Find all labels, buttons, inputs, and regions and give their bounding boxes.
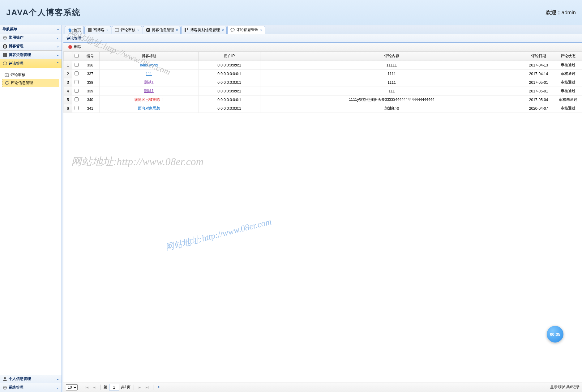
sidebar-section-common[interactable]: 常用操作 ⌄	[0, 33, 62, 42]
chevron-down-icon: ⌄	[56, 44, 59, 48]
col-status[interactable]: 评论状态	[554, 52, 582, 61]
sidebar-section-profile[interactable]: 个人信息管理 ⌄	[0, 375, 62, 383]
cell-id: 341	[81, 104, 100, 113]
sidebar-tree: 评论审核 评论信息管理	[0, 68, 62, 375]
close-icon[interactable]: ×	[260, 28, 262, 32]
svg-point-21	[231, 28, 234, 31]
panel-title: 评论管理	[63, 34, 582, 43]
table-row[interactable]: 4 339 测试1 0:0:0:0:0:0:0:1 111 2017-05-01…	[64, 87, 582, 96]
cell-title: 测试1	[100, 87, 199, 96]
tab-blog-manage[interactable]: B 博客信息管理 ×	[143, 26, 181, 34]
tab-category-manage[interactable]: 博客类别信息管理 ×	[181, 26, 226, 34]
tree-item-review[interactable]: 评论审核	[2, 71, 59, 79]
svg-text:B: B	[147, 28, 149, 32]
content-area: 首页 写博客 × 评论审核 × B 博客信息管理 × 博客类别信息管理 ×	[62, 25, 582, 392]
comment-icon	[230, 28, 235, 32]
sidebar-section-comment[interactable]: 评论管理 ⌃	[0, 59, 62, 68]
table-row[interactable]: 1 336 hello world 0:0:0:0:0:0:0:1 11111 …	[64, 61, 582, 70]
sidebar: 导航菜单 « 常用操作 ⌄ B博客管理 ⌄ 博客类别管理 ⌄ 评论管理 ⌃ 评论…	[0, 25, 62, 392]
welcome-text: 欢迎：admin	[546, 9, 576, 16]
row-checkbox[interactable]	[75, 106, 79, 110]
settings-icon	[2, 385, 7, 390]
cell-ip: 0:0:0:0:0:0:0:1	[199, 78, 260, 87]
delete-button[interactable]: 删除	[66, 44, 83, 50]
cell-content: 11111	[260, 61, 523, 70]
blog-title-link[interactable]: 面向对象思想	[138, 106, 160, 110]
cell-status: 审核通过	[554, 104, 582, 113]
tab-comment-manage[interactable]: 评论信息管理 ×	[227, 26, 265, 34]
cell-content: 111	[260, 87, 523, 96]
close-icon[interactable]: ×	[222, 28, 224, 32]
svg-point-11	[4, 377, 6, 379]
close-icon[interactable]: ×	[176, 28, 178, 32]
cell-title: 111	[100, 70, 199, 78]
row-checkbox[interactable]	[75, 63, 79, 67]
cell-ip: 0:0:0:0:0:0:0:1	[199, 104, 260, 113]
row-number: 3	[64, 78, 72, 87]
row-checkbox[interactable]	[75, 80, 79, 84]
sidebar-section-system[interactable]: 系统管理 ⌄	[0, 383, 62, 392]
cell-date: 2017-05-01	[523, 78, 554, 87]
row-number: 1	[64, 61, 72, 70]
close-icon[interactable]: ×	[106, 28, 108, 32]
row-checkbox[interactable]	[75, 97, 79, 101]
svg-point-10	[5, 81, 9, 84]
prev-page-button[interactable]: ◄	[92, 385, 97, 390]
review-icon	[114, 28, 119, 32]
col-ip[interactable]: 用户IP	[199, 52, 260, 61]
home-icon	[67, 28, 72, 32]
row-checkbox-cell	[72, 96, 81, 104]
gear-icon	[2, 35, 7, 40]
table-row[interactable]: 6 341 面向对象思想 0:0:0:0:0:0:0:1 加油加油 2020-0…	[64, 104, 582, 113]
sidebar-section-category[interactable]: 博客类别管理 ⌄	[0, 51, 62, 59]
page-size-select[interactable]: 10	[66, 384, 78, 390]
blog-title-link[interactable]: hello world	[140, 63, 158, 67]
cell-date: 2017-04-13	[523, 61, 554, 70]
col-content[interactable]: 评论内容	[260, 52, 523, 61]
table-row[interactable]: 5 340 该博客已被删除！ 0:0:0:0:0:0:0:1 1111y突然他摇…	[64, 96, 582, 104]
last-page-button[interactable]: ►I	[144, 385, 150, 390]
tree-item-comment-manage[interactable]: 评论信息管理	[2, 79, 59, 87]
col-date[interactable]: 评论日期	[523, 52, 554, 61]
table-row[interactable]: 3 338 测试1 0:0:0:0:0:0:0:1 1111 2017-05-0…	[64, 78, 582, 87]
collapse-icon[interactable]: «	[57, 28, 59, 31]
chevron-down-icon: ⌄	[56, 36, 59, 40]
cell-date: 2017-05-04	[523, 96, 554, 104]
refresh-button[interactable]: ↻	[156, 385, 162, 390]
timer-badge[interactable]: 00:35	[547, 326, 563, 343]
data-grid: 编号 博客标题 用户IP 评论内容 评论日期 评论状态 1 336 hello …	[63, 51, 582, 113]
page-input[interactable]	[109, 384, 119, 390]
svg-rect-19	[187, 28, 188, 30]
svg-rect-7	[5, 55, 7, 57]
table-row[interactable]: 2 337 111 0:0:0:0:0:0:0:1 1111 2017-04-1…	[64, 70, 582, 78]
blog-title-link[interactable]: 111	[146, 72, 152, 76]
close-icon[interactable]: ×	[137, 28, 139, 32]
tab-write[interactable]: 写博客 ×	[84, 26, 111, 34]
first-page-button[interactable]: I◄	[84, 385, 90, 390]
row-checkbox-cell	[72, 104, 81, 113]
cell-title: 该博客已被删除！	[100, 96, 199, 104]
col-title[interactable]: 博客标题	[100, 52, 199, 61]
select-all-checkbox[interactable]	[75, 54, 79, 58]
row-checkbox[interactable]	[75, 89, 79, 93]
cell-title: 测试1	[100, 78, 199, 87]
cell-id: 337	[81, 70, 100, 78]
tab-review[interactable]: 评论审核 ×	[112, 26, 142, 34]
blog-title-link[interactable]: 测试1	[144, 89, 154, 93]
checkbox-header[interactable]	[72, 52, 81, 61]
tab-home[interactable]: 首页	[65, 26, 84, 34]
comment-icon	[5, 81, 10, 86]
cell-content: 1111	[260, 78, 523, 87]
cell-status: 审核通过	[554, 78, 582, 87]
next-page-button[interactable]: ►	[137, 385, 143, 390]
row-checkbox[interactable]	[75, 71, 79, 75]
col-id[interactable]: 编号	[81, 52, 100, 61]
sidebar-section-blog[interactable]: B博客管理 ⌄	[0, 42, 62, 51]
svg-rect-18	[185, 28, 186, 30]
blog-icon: B	[2, 44, 7, 49]
blog-title-link[interactable]: 测试1	[144, 80, 154, 84]
tab-bar: 首页 写博客 × 评论审核 × B 博客信息管理 × 博客类别信息管理 ×	[63, 25, 582, 34]
svg-point-8	[3, 62, 7, 65]
cell-ip: 0:0:0:0:0:0:0:1	[199, 70, 260, 78]
chevron-down-icon: ⌄	[56, 386, 59, 390]
